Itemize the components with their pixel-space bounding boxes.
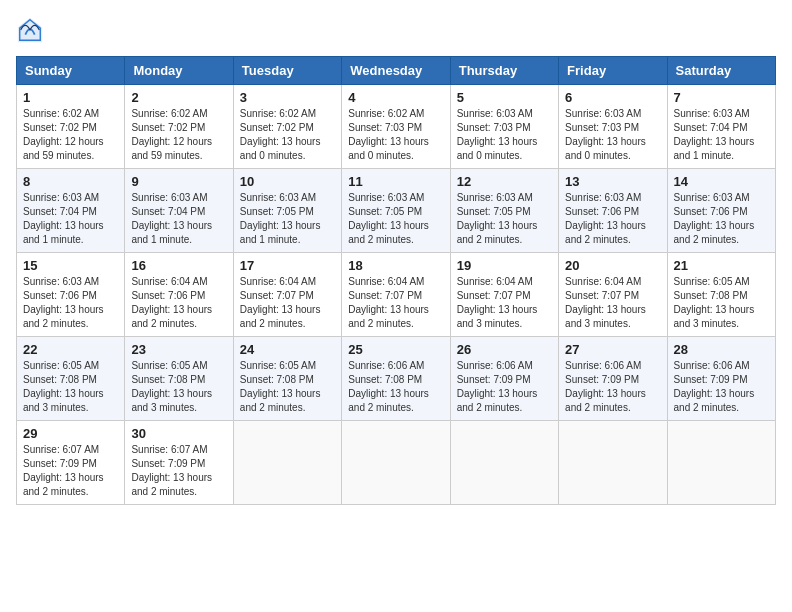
calendar-cell: 21Sunrise: 6:05 AMSunset: 7:08 PMDayligh… xyxy=(667,253,775,337)
day-number: 4 xyxy=(348,90,443,105)
day-info: Sunrise: 6:06 AMSunset: 7:09 PMDaylight:… xyxy=(674,359,769,415)
calendar-cell: 4Sunrise: 6:02 AMSunset: 7:03 PMDaylight… xyxy=(342,85,450,169)
day-number: 28 xyxy=(674,342,769,357)
calendar-cell: 18Sunrise: 6:04 AMSunset: 7:07 PMDayligh… xyxy=(342,253,450,337)
calendar-cell: 17Sunrise: 6:04 AMSunset: 7:07 PMDayligh… xyxy=(233,253,341,337)
calendar-week-2: 8Sunrise: 6:03 AMSunset: 7:04 PMDaylight… xyxy=(17,169,776,253)
calendar-cell xyxy=(559,421,667,505)
calendar-header: SundayMondayTuesdayWednesdayThursdayFrid… xyxy=(17,57,776,85)
day-info: Sunrise: 6:04 AMSunset: 7:07 PMDaylight:… xyxy=(240,275,335,331)
day-number: 21 xyxy=(674,258,769,273)
day-info: Sunrise: 6:05 AMSunset: 7:08 PMDaylight:… xyxy=(674,275,769,331)
day-info: Sunrise: 6:04 AMSunset: 7:06 PMDaylight:… xyxy=(131,275,226,331)
day-number: 13 xyxy=(565,174,660,189)
day-number: 17 xyxy=(240,258,335,273)
calendar-cell: 5Sunrise: 6:03 AMSunset: 7:03 PMDaylight… xyxy=(450,85,558,169)
day-info: Sunrise: 6:03 AMSunset: 7:04 PMDaylight:… xyxy=(131,191,226,247)
calendar-cell: 15Sunrise: 6:03 AMSunset: 7:06 PMDayligh… xyxy=(17,253,125,337)
day-number: 29 xyxy=(23,426,118,441)
day-info: Sunrise: 6:03 AMSunset: 7:06 PMDaylight:… xyxy=(23,275,118,331)
day-info: Sunrise: 6:03 AMSunset: 7:05 PMDaylight:… xyxy=(240,191,335,247)
weekday-header-friday: Friday xyxy=(559,57,667,85)
calendar-cell: 20Sunrise: 6:04 AMSunset: 7:07 PMDayligh… xyxy=(559,253,667,337)
day-number: 8 xyxy=(23,174,118,189)
day-number: 9 xyxy=(131,174,226,189)
day-number: 15 xyxy=(23,258,118,273)
calendar-cell: 1Sunrise: 6:02 AMSunset: 7:02 PMDaylight… xyxy=(17,85,125,169)
calendar-cell: 2Sunrise: 6:02 AMSunset: 7:02 PMDaylight… xyxy=(125,85,233,169)
calendar-cell: 6Sunrise: 6:03 AMSunset: 7:03 PMDaylight… xyxy=(559,85,667,169)
calendar-cell: 12Sunrise: 6:03 AMSunset: 7:05 PMDayligh… xyxy=(450,169,558,253)
day-number: 19 xyxy=(457,258,552,273)
calendar-cell: 9Sunrise: 6:03 AMSunset: 7:04 PMDaylight… xyxy=(125,169,233,253)
calendar-cell: 10Sunrise: 6:03 AMSunset: 7:05 PMDayligh… xyxy=(233,169,341,253)
day-number: 24 xyxy=(240,342,335,357)
logo xyxy=(16,16,48,46)
day-number: 2 xyxy=(131,90,226,105)
day-number: 26 xyxy=(457,342,552,357)
calendar-cell xyxy=(342,421,450,505)
day-number: 7 xyxy=(674,90,769,105)
day-info: Sunrise: 6:04 AMSunset: 7:07 PMDaylight:… xyxy=(348,275,443,331)
day-number: 11 xyxy=(348,174,443,189)
calendar-cell xyxy=(450,421,558,505)
calendar-cell: 16Sunrise: 6:04 AMSunset: 7:06 PMDayligh… xyxy=(125,253,233,337)
calendar-cell: 28Sunrise: 6:06 AMSunset: 7:09 PMDayligh… xyxy=(667,337,775,421)
day-number: 23 xyxy=(131,342,226,357)
calendar-week-5: 29Sunrise: 6:07 AMSunset: 7:09 PMDayligh… xyxy=(17,421,776,505)
day-number: 1 xyxy=(23,90,118,105)
calendar-cell: 25Sunrise: 6:06 AMSunset: 7:08 PMDayligh… xyxy=(342,337,450,421)
day-number: 30 xyxy=(131,426,226,441)
weekday-header-row: SundayMondayTuesdayWednesdayThursdayFrid… xyxy=(17,57,776,85)
day-info: Sunrise: 6:05 AMSunset: 7:08 PMDaylight:… xyxy=(240,359,335,415)
day-number: 5 xyxy=(457,90,552,105)
day-info: Sunrise: 6:03 AMSunset: 7:06 PMDaylight:… xyxy=(674,191,769,247)
day-number: 18 xyxy=(348,258,443,273)
day-number: 22 xyxy=(23,342,118,357)
calendar-cell: 3Sunrise: 6:02 AMSunset: 7:02 PMDaylight… xyxy=(233,85,341,169)
weekday-header-sunday: Sunday xyxy=(17,57,125,85)
calendar-cell: 24Sunrise: 6:05 AMSunset: 7:08 PMDayligh… xyxy=(233,337,341,421)
calendar-cell: 29Sunrise: 6:07 AMSunset: 7:09 PMDayligh… xyxy=(17,421,125,505)
day-number: 16 xyxy=(131,258,226,273)
weekday-header-thursday: Thursday xyxy=(450,57,558,85)
day-info: Sunrise: 6:07 AMSunset: 7:09 PMDaylight:… xyxy=(131,443,226,499)
day-number: 10 xyxy=(240,174,335,189)
day-info: Sunrise: 6:03 AMSunset: 7:05 PMDaylight:… xyxy=(457,191,552,247)
day-info: Sunrise: 6:03 AMSunset: 7:05 PMDaylight:… xyxy=(348,191,443,247)
calendar-cell: 7Sunrise: 6:03 AMSunset: 7:04 PMDaylight… xyxy=(667,85,775,169)
page-header xyxy=(16,16,776,46)
logo-icon xyxy=(16,16,44,44)
calendar-week-4: 22Sunrise: 6:05 AMSunset: 7:08 PMDayligh… xyxy=(17,337,776,421)
calendar-cell xyxy=(667,421,775,505)
day-info: Sunrise: 6:07 AMSunset: 7:09 PMDaylight:… xyxy=(23,443,118,499)
day-info: Sunrise: 6:05 AMSunset: 7:08 PMDaylight:… xyxy=(23,359,118,415)
weekday-header-saturday: Saturday xyxy=(667,57,775,85)
day-info: Sunrise: 6:06 AMSunset: 7:08 PMDaylight:… xyxy=(348,359,443,415)
calendar-cell: 13Sunrise: 6:03 AMSunset: 7:06 PMDayligh… xyxy=(559,169,667,253)
calendar-cell xyxy=(233,421,341,505)
day-info: Sunrise: 6:06 AMSunset: 7:09 PMDaylight:… xyxy=(565,359,660,415)
weekday-header-tuesday: Tuesday xyxy=(233,57,341,85)
calendar-cell: 8Sunrise: 6:03 AMSunset: 7:04 PMDaylight… xyxy=(17,169,125,253)
day-info: Sunrise: 6:02 AMSunset: 7:02 PMDaylight:… xyxy=(131,107,226,163)
calendar-cell: 19Sunrise: 6:04 AMSunset: 7:07 PMDayligh… xyxy=(450,253,558,337)
day-info: Sunrise: 6:06 AMSunset: 7:09 PMDaylight:… xyxy=(457,359,552,415)
calendar-cell: 27Sunrise: 6:06 AMSunset: 7:09 PMDayligh… xyxy=(559,337,667,421)
day-info: Sunrise: 6:03 AMSunset: 7:03 PMDaylight:… xyxy=(565,107,660,163)
day-number: 20 xyxy=(565,258,660,273)
day-number: 6 xyxy=(565,90,660,105)
calendar-body: 1Sunrise: 6:02 AMSunset: 7:02 PMDaylight… xyxy=(17,85,776,505)
calendar-cell: 30Sunrise: 6:07 AMSunset: 7:09 PMDayligh… xyxy=(125,421,233,505)
day-info: Sunrise: 6:03 AMSunset: 7:04 PMDaylight:… xyxy=(23,191,118,247)
day-number: 27 xyxy=(565,342,660,357)
day-info: Sunrise: 6:02 AMSunset: 7:02 PMDaylight:… xyxy=(240,107,335,163)
calendar-table: SundayMondayTuesdayWednesdayThursdayFrid… xyxy=(16,56,776,505)
calendar-cell: 11Sunrise: 6:03 AMSunset: 7:05 PMDayligh… xyxy=(342,169,450,253)
day-info: Sunrise: 6:02 AMSunset: 7:02 PMDaylight:… xyxy=(23,107,118,163)
calendar-week-3: 15Sunrise: 6:03 AMSunset: 7:06 PMDayligh… xyxy=(17,253,776,337)
day-number: 3 xyxy=(240,90,335,105)
calendar-cell: 26Sunrise: 6:06 AMSunset: 7:09 PMDayligh… xyxy=(450,337,558,421)
day-info: Sunrise: 6:04 AMSunset: 7:07 PMDaylight:… xyxy=(457,275,552,331)
day-info: Sunrise: 6:03 AMSunset: 7:04 PMDaylight:… xyxy=(674,107,769,163)
